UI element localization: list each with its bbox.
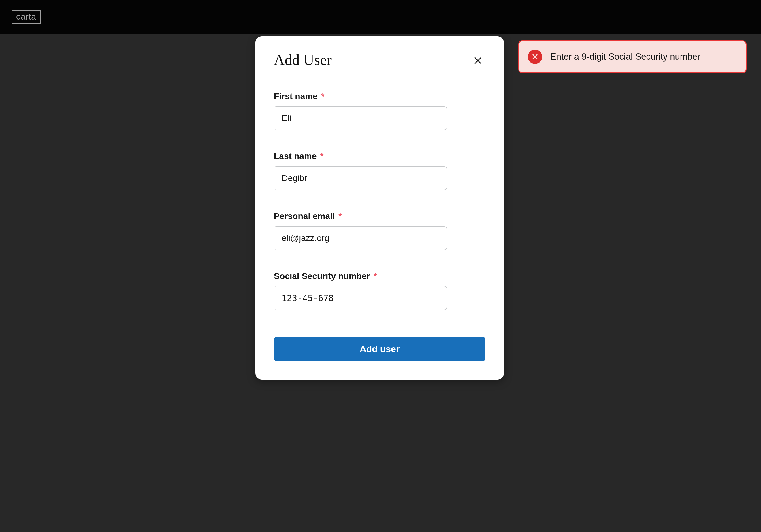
required-asterisk: * (321, 91, 324, 101)
email-field-group: Personal email * (274, 211, 486, 250)
email-label-text: Personal email (274, 211, 335, 221)
last-name-field-group: Last name * (274, 151, 486, 190)
ssn-label: Social Security number * (274, 271, 486, 281)
ssn-label-text: Social Security number (274, 271, 370, 281)
error-toast: Enter a 9-digit Social Security number (518, 40, 747, 73)
ssn-field-group: Social Security number * (274, 271, 486, 310)
ssn-input[interactable] (274, 286, 447, 310)
modal-header: Add User (274, 51, 486, 68)
last-name-label-text: Last name (274, 151, 317, 161)
close-icon (474, 56, 482, 65)
required-asterisk: * (320, 151, 324, 161)
required-asterisk: * (374, 271, 377, 281)
last-name-label: Last name * (274, 151, 486, 161)
error-toast-message: Enter a 9-digit Social Security number (550, 52, 700, 62)
brand-logo: carta (12, 10, 41, 24)
email-input[interactable] (274, 226, 447, 250)
first-name-label-text: First name (274, 91, 318, 101)
topbar: carta (0, 0, 761, 34)
brand-text: carta (16, 12, 36, 21)
last-name-input[interactable] (274, 166, 447, 190)
first-name-field-group: First name * (274, 91, 486, 130)
add-user-button[interactable]: Add user (274, 337, 486, 361)
error-icon (528, 50, 542, 64)
modal-title: Add User (274, 51, 332, 68)
add-user-modal: Add User First name * Last name * Person… (256, 36, 504, 380)
first-name-input[interactable] (274, 106, 447, 130)
required-asterisk: * (338, 211, 342, 221)
first-name-label: First name * (274, 91, 486, 101)
close-button[interactable] (470, 53, 486, 68)
email-label: Personal email * (274, 211, 486, 221)
